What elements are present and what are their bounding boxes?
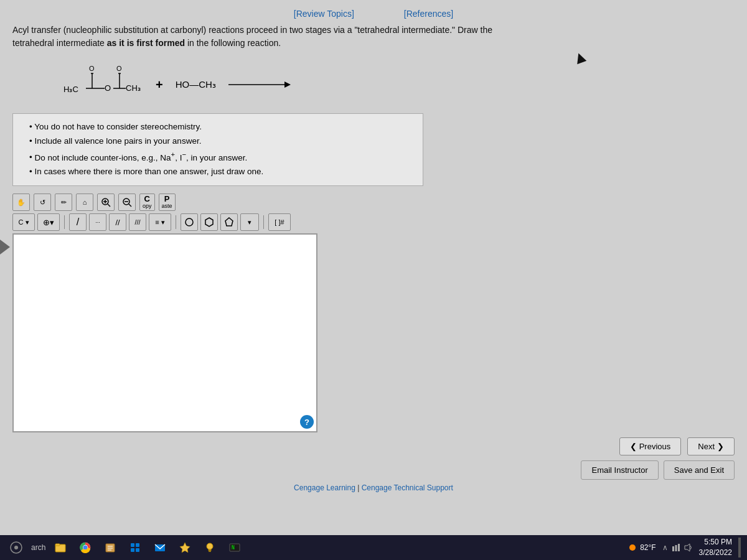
svg-point-45 xyxy=(629,544,636,551)
mail-icon[interactable] xyxy=(150,538,170,558)
instruction-2: Include all valence lone pairs in your a… xyxy=(23,134,413,149)
rotate-tool-button[interactable]: ↺ xyxy=(34,194,51,211)
svg-line-15 xyxy=(108,204,110,207)
single-bond-button[interactable]: / xyxy=(69,213,87,231)
plus-tool-button[interactable]: ⊕▾ xyxy=(37,213,60,231)
svg-rect-37 xyxy=(136,548,139,552)
zoom-in-button[interactable] xyxy=(97,194,115,211)
toolbar-divider-1 xyxy=(64,215,65,229)
footer-buttons: Email Instructor Save and Exit xyxy=(12,460,735,480)
navigation-buttons: Previous Next xyxy=(12,437,735,455)
previous-label: Previous xyxy=(639,442,671,451)
svg-rect-36 xyxy=(131,548,134,552)
svg-text:H₃C: H₃C xyxy=(63,85,78,94)
svg-text:O: O xyxy=(116,65,122,72)
copy-button[interactable]: C opy xyxy=(139,194,155,211)
star-icon[interactable] xyxy=(175,538,195,558)
terminal-icon[interactable]: N xyxy=(225,538,245,558)
lasso-tool-button[interactable]: ⌂ xyxy=(76,194,93,211)
svg-rect-34 xyxy=(131,543,134,547)
svg-text:N: N xyxy=(232,545,235,551)
cengage-support-link[interactable]: Cengage Technical Support xyxy=(362,483,453,492)
taskbar-right: 82°F ∧ 5:50 PM 3/28/2022 xyxy=(627,537,741,558)
next-label: Next xyxy=(698,442,715,451)
taskbar-time-display: 5:50 PM xyxy=(699,537,732,548)
chevron-left-icon xyxy=(630,442,637,451)
chevron-right-icon xyxy=(717,442,724,451)
help-button[interactable]: ? xyxy=(300,415,314,429)
instruction-1: You do not have to consider stereochemis… xyxy=(23,120,413,134)
question-text-main: Acyl transfer (nucleophilic substitution… xyxy=(12,25,492,48)
instruction-3: Do not include counter-ions, e.g., Na+, … xyxy=(23,149,413,165)
references-link[interactable]: [References] xyxy=(404,9,453,19)
svg-rect-46 xyxy=(672,546,674,551)
lightbulb-icon[interactable] xyxy=(200,538,220,558)
carbon-select-button[interactable]: C ▾ xyxy=(12,213,35,231)
start-button[interactable] xyxy=(6,538,26,558)
toolbar-row-2: C ▾ ⊕▾ / ··· // /// ≡ ▾ ▾ [ ]# xyxy=(12,213,735,231)
ring-select-button[interactable]: ▾ xyxy=(240,213,259,231)
instructions-list: You do not have to consider stereochemis… xyxy=(23,120,413,179)
svg-marker-23 xyxy=(225,218,233,226)
drawing-canvas[interactable]: ? xyxy=(12,233,317,432)
ring-hexagon-button[interactable] xyxy=(200,213,218,231)
ring-circle-button[interactable] xyxy=(181,213,198,231)
up-arrow-icon[interactable]: ∧ xyxy=(662,543,668,552)
triple-bond-button[interactable]: /// xyxy=(129,213,146,231)
next-button[interactable]: Next xyxy=(687,437,735,455)
select-tool-button[interactable]: ✋ xyxy=(12,194,30,211)
toolbar-divider-2 xyxy=(176,215,176,229)
cengage-learning-link[interactable]: Cengage Learning xyxy=(294,483,355,492)
dashed-bond-button[interactable]: ··· xyxy=(89,213,106,231)
weather-display: 82°F xyxy=(627,543,655,553)
taskbar-left: arch xyxy=(6,538,245,558)
svg-text:O: O xyxy=(105,83,111,93)
file-manager-icon[interactable] xyxy=(100,538,120,558)
reaction-arrow xyxy=(228,78,291,91)
ring-other-button[interactable] xyxy=(220,213,238,231)
instruction-4: In cases where there is more than one an… xyxy=(23,165,413,179)
svg-point-40 xyxy=(207,543,213,549)
svg-text:O: O xyxy=(89,65,95,72)
review-topics-link[interactable]: [Review Topics] xyxy=(294,9,354,19)
svg-point-21 xyxy=(186,218,193,226)
plus-sign: + xyxy=(156,78,163,92)
previous-button[interactable]: Previous xyxy=(619,437,682,455)
paste-button[interactable]: P aste xyxy=(159,194,176,211)
svg-marker-22 xyxy=(205,218,213,226)
svg-rect-47 xyxy=(675,545,677,551)
zoom-out-button[interactable] xyxy=(118,194,136,211)
network-icon[interactable] xyxy=(672,543,680,552)
sidebar-expand-arrow[interactable] xyxy=(0,240,10,254)
start-label: arch xyxy=(31,543,45,552)
svg-rect-42 xyxy=(209,551,211,553)
save-and-exit-button[interactable]: Save and Exit xyxy=(664,460,735,480)
weather-icon xyxy=(627,543,637,553)
taskbar-system-icons: ∧ xyxy=(662,543,693,552)
instructions-box: You do not have to consider stereochemis… xyxy=(12,113,423,186)
chrome-icon[interactable] xyxy=(75,538,95,558)
apps-icon[interactable] xyxy=(125,538,145,558)
bond-type-button[interactable]: ≡ ▾ xyxy=(149,213,171,231)
footer-separator: | xyxy=(355,483,362,492)
double-bond-button[interactable]: // xyxy=(109,213,126,231)
svg-rect-41 xyxy=(209,549,212,551)
svg-line-19 xyxy=(129,204,131,207)
svg-marker-39 xyxy=(180,543,190,553)
show-desktop-button[interactable] xyxy=(738,538,741,558)
charge-bracket-button[interactable]: [ ]# xyxy=(268,213,291,231)
taskbar-datetime: 5:50 PM 3/28/2022 xyxy=(699,537,732,558)
volume-icon[interactable] xyxy=(684,543,693,552)
toolbar-divider-3 xyxy=(263,215,264,229)
file-explorer-icon[interactable] xyxy=(50,538,70,558)
svg-marker-49 xyxy=(685,544,690,551)
taskbar-date-display: 3/28/2022 xyxy=(699,548,732,558)
taskbar: arch xyxy=(0,535,747,560)
svg-text:CH₃: CH₃ xyxy=(126,83,141,93)
top-navigation: [Review Topics] [References] xyxy=(12,6,735,24)
svg-rect-35 xyxy=(136,543,139,547)
email-instructor-button[interactable]: Email Instructor xyxy=(581,460,658,480)
reagent-structure-1: H₃C O O O CH₃ xyxy=(62,60,143,110)
draw-tool-button[interactable]: ✏ xyxy=(55,194,72,211)
svg-point-25 xyxy=(14,546,18,549)
